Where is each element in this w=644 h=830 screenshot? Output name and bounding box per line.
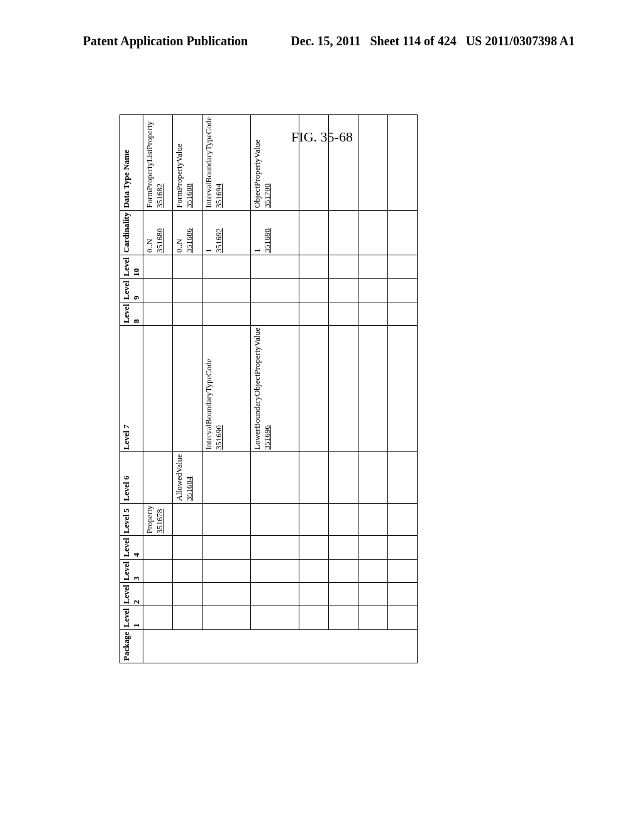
cell: FormPropertyValue 351688 [173,114,203,210]
table-row: IntervalBoundaryTypeCode 351690 1 351692… [203,114,251,663]
col-dtn: Data Type Name [120,114,143,210]
col-l6: Level 6 [120,452,143,503]
col-l1: Level 1 [120,606,143,629]
cell: FormPropertyListProperty 351682 [143,114,173,210]
table-wrapper: Package Level 1 Level 2 Level 3 Level 4 … [119,114,418,663]
cell: 1 351692 [203,210,251,255]
cell: 0..N 351680 [143,210,173,255]
header-right: Dec. 15, 2011 Sheet 114 of 424 US 2011/0… [291,34,575,48]
col-package: Package [120,629,143,663]
cell: 0..N 351686 [173,210,203,255]
page: Patent Application Publication Dec. 15, … [0,0,644,830]
table-row: LowerBoundaryObjectPropertyValue 351696 … [251,114,299,663]
cell: AllowedValue 351684 [173,452,203,503]
table-row: AllowedValue 351684 0..N 351686 FormProp… [173,114,203,663]
cell-package [143,629,418,663]
cell: 1 351698 [251,210,299,255]
table-row: Property 351678 0..N 351680 FormProperty… [143,114,173,663]
header-left: Patent Application Publication [83,34,248,48]
cell: ObjectPropertyValue 351700 [251,114,299,210]
col-l4: Level 4 [120,536,143,559]
col-l9: Level 9 [120,279,143,302]
col-l8: Level 8 [120,302,143,325]
col-l2: Level 2 [120,583,143,606]
col-l10: Level 10 [120,255,143,279]
col-l5: Level 5 [120,503,143,536]
table-header-row: Package Level 1 Level 2 Level 3 Level 4 … [120,114,143,663]
table-row [329,114,358,663]
col-l3: Level 3 [120,559,143,582]
cell: Property 351678 [143,503,173,536]
data-table: Package Level 1 Level 2 Level 3 Level 4 … [119,114,418,663]
table-row [299,114,329,663]
table-row [358,114,388,663]
cell: IntervalBoundaryTypeCode 351690 [203,326,251,452]
table-row [388,114,418,663]
cell: LowerBoundaryObjectPropertyValue 351696 [251,326,299,452]
page-header: Patent Application Publication Dec. 15, … [0,34,644,48]
col-l7: Level 7 [120,326,143,452]
cell: IntervalBoundaryTypeCode 351694 [203,114,251,210]
col-card: Cardinality [120,210,143,255]
